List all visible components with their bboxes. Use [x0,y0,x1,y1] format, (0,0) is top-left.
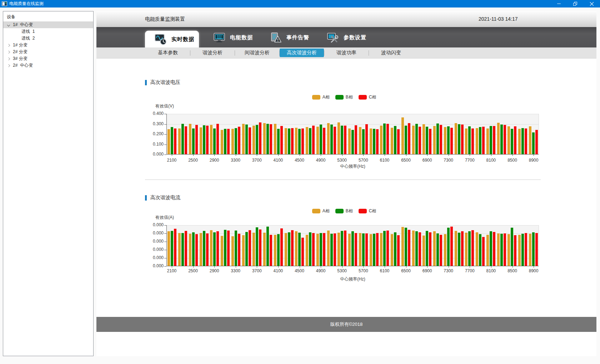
bar-phase-b [288,232,290,266]
section-marker-icon [145,80,147,85]
bar-phase-c [386,231,389,266]
x-tick-mark [427,266,428,268]
bar-group [379,225,390,266]
bar-phase-b [468,126,471,154]
bar-phase-c [174,229,176,266]
tree-item[interactable]: 3# 分变 [3,55,93,62]
bar-phase-b [468,231,471,266]
bar-phase-a [338,122,340,154]
bar-phase-c [280,228,283,266]
x-tick-mark [385,266,385,268]
chart-legend: A相B相C相 [158,94,530,100]
bar-phase-b [373,129,375,154]
bar-phase-c [174,128,176,154]
legend-item: A相 [312,94,330,100]
chevron-right-icon[interactable] [7,57,10,60]
minimize-button[interactable] [551,0,567,7]
subtab-2[interactable]: 谐波分析 [190,49,235,57]
bar-group [379,114,390,154]
restore-icon [573,2,578,6]
bar-phase-a [295,231,298,266]
restore-button[interactable] [567,0,584,7]
tree-item-label: 2# 中心变 [13,62,33,69]
bar-phase-b [171,231,173,266]
tree-item[interactable]: 2# 分变 [3,49,93,55]
legend-label: A相 [322,208,330,214]
tree-item[interactable]: 进线 1 [3,28,93,35]
main-tab-2[interactable]: 888电能数据 [204,27,253,48]
bar-phase-b [511,228,513,266]
bar-phase-a [359,127,361,154]
subtab-1[interactable]: 基本参数 [146,49,190,57]
legend-item: C相 [359,208,376,214]
x-tick-mark [172,155,172,156]
bar-group [486,114,496,154]
close-button[interactable] [584,0,600,7]
tree-item-label: 1# 分变 [13,42,28,48]
bar-phase-a [306,235,308,266]
subtab-6[interactable]: 波动闪变 [369,49,413,57]
bar-phase-c [334,233,336,266]
legend-label: C相 [369,94,376,100]
bar-phase-b [415,231,418,266]
y-tick-label: 0.300 [139,121,164,126]
bar-phase-a [189,234,191,266]
bar-phase-a [189,124,191,154]
bar-phase-c [270,124,272,154]
chevron-right-icon[interactable] [7,50,10,53]
bar-phase-b [500,234,503,266]
bar-group [411,114,422,154]
chart-legend: A相B相C相 [158,208,530,214]
chevron-right-icon[interactable] [7,64,10,67]
bar-phase-b [266,227,269,266]
subtab-5[interactable]: 谐波功率 [324,49,369,57]
bar-phase-c [185,231,187,266]
bar-phase-b [256,227,258,266]
bar-phase-c [185,126,187,154]
bar-group [199,225,209,266]
tree-item[interactable]: 进线 2 [3,35,93,42]
tree-item-label: 进线 2 [21,35,35,41]
bar-group [507,225,518,266]
bar-phase-c [216,124,219,154]
chevron-down-icon[interactable] [7,23,10,26]
main-tab-3[interactable]: !事件告警 [260,27,309,48]
tree-item[interactable]: 1# 分变 [3,42,93,49]
bar-group [528,225,539,266]
chevron-right-icon[interactable] [7,44,10,46]
tree-item-label: 2# 分变 [13,49,28,55]
bar-phase-c [482,237,485,266]
bar-group [401,225,411,266]
legend-swatch [359,95,367,100]
bar-phase-b [405,228,407,266]
bar-phase-c [365,233,368,266]
x-tick-mark [321,155,321,156]
realtime-data-icon [154,33,167,45]
main-tab-1[interactable]: 实时数据 [145,31,199,48]
bar-phase-a [274,235,276,266]
legend-item: B相 [335,208,353,214]
bar-phase-c [344,126,346,154]
bar-group [454,114,464,154]
bar-phase-a [168,129,170,154]
tree-item[interactable]: 2# 中心变 [3,62,93,69]
bar-phase-a [178,233,181,266]
bar-phase-c [504,233,506,266]
bar-group [284,225,294,266]
bar-phase-c [344,231,346,266]
bar-phase-a [391,128,393,154]
bar-phase-b [532,232,535,266]
page-header: 电能质量监测装置 2021-11-03 14:17 [96,11,596,27]
x-tick-mark [470,155,470,156]
chart-divider [145,180,541,180]
bar-group [209,225,220,266]
bar-phase-b [298,233,301,266]
subtab-3[interactable]: 间谐波分析 [235,49,279,57]
bar-phase-a [380,233,382,266]
tree-item[interactable]: 1# 中心变 [3,21,93,28]
bar-phase-b [181,124,184,154]
bar-group [241,225,252,266]
main-tab-4[interactable]: 参数设置 [317,27,366,48]
bar-phase-c [504,125,506,154]
subtab-4[interactable]: 高次谐波分析 [280,49,324,57]
